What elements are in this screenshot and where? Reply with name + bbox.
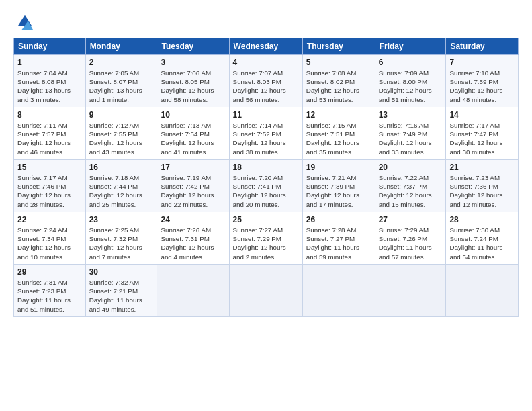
- calendar-cell: 17 Sunrise: 7:19 AMSunset: 7:42 PMDaylig…: [157, 160, 229, 212]
- calendar-cell: 12 Sunrise: 7:15 AMSunset: 7:51 PMDaylig…: [302, 107, 375, 160]
- logo-icon: [15, 12, 34, 31]
- day-info: Sunrise: 7:11 AMSunset: 7:57 PMDaylight:…: [17, 121, 82, 156]
- day-number: 10: [161, 110, 225, 120]
- calendar-cell: 6 Sunrise: 7:09 AMSunset: 8:00 PMDayligh…: [375, 55, 446, 107]
- calendar-header-row: SundayMondayTuesdayWednesdayThursdayFrid…: [14, 38, 519, 55]
- day-number: 22: [17, 215, 82, 224]
- calendar-cell: 7 Sunrise: 7:10 AMSunset: 7:59 PMDayligh…: [446, 55, 519, 107]
- day-info: Sunrise: 7:18 AMSunset: 7:44 PMDaylight:…: [89, 173, 154, 209]
- calendar-body: 1 Sunrise: 7:04 AMSunset: 8:08 PMDayligh…: [14, 55, 519, 317]
- day-number: 24: [161, 215, 225, 224]
- day-number: 18: [233, 163, 299, 172]
- day-number: 27: [379, 215, 443, 224]
- day-number: 19: [306, 163, 371, 172]
- day-number: 4: [233, 58, 299, 67]
- calendar-cell: 25 Sunrise: 7:27 AMSunset: 7:29 PMDaylig…: [229, 212, 302, 265]
- day-number: 8: [17, 110, 82, 120]
- day-number: 12: [306, 110, 371, 120]
- day-info: Sunrise: 7:15 AMSunset: 7:51 PMDaylight:…: [306, 121, 371, 156]
- day-info: Sunrise: 7:32 AMSunset: 7:21 PMDaylight:…: [89, 278, 154, 314]
- day-number: 29: [17, 267, 82, 277]
- day-info: Sunrise: 7:24 AMSunset: 7:34 PMDaylight:…: [17, 226, 82, 261]
- calendar-cell: 4 Sunrise: 7:07 AMSunset: 8:03 PMDayligh…: [229, 55, 302, 107]
- day-number: 3: [161, 58, 225, 67]
- col-header-tuesday: Tuesday: [157, 38, 229, 55]
- day-number: 23: [89, 215, 154, 224]
- day-number: 9: [89, 110, 154, 120]
- calendar-cell: 22 Sunrise: 7:24 AMSunset: 7:34 PMDaylig…: [14, 212, 86, 265]
- day-info: Sunrise: 7:17 AMSunset: 7:47 PMDaylight:…: [449, 121, 515, 156]
- day-number: 16: [89, 163, 154, 172]
- calendar-cell: [302, 265, 375, 317]
- day-number: 26: [306, 215, 371, 224]
- day-number: 14: [449, 110, 515, 120]
- calendar-cell: 14 Sunrise: 7:17 AMSunset: 7:47 PMDaylig…: [446, 107, 519, 160]
- header: [13, 12, 519, 31]
- day-number: 1: [17, 58, 82, 67]
- col-header-friday: Friday: [375, 38, 446, 55]
- day-info: Sunrise: 7:12 AMSunset: 7:55 PMDaylight:…: [89, 121, 154, 156]
- calendar-cell: 2 Sunrise: 7:05 AMSunset: 8:07 PMDayligh…: [85, 55, 157, 107]
- day-info: Sunrise: 7:25 AMSunset: 7:32 PMDaylight:…: [89, 226, 154, 261]
- day-info: Sunrise: 7:09 AMSunset: 8:00 PMDaylight:…: [379, 68, 443, 104]
- day-info: Sunrise: 7:19 AMSunset: 7:42 PMDaylight:…: [161, 173, 225, 209]
- calendar-cell: 24 Sunrise: 7:26 AMSunset: 7:31 PMDaylig…: [157, 212, 229, 265]
- calendar-cell: 3 Sunrise: 7:06 AMSunset: 8:05 PMDayligh…: [157, 55, 229, 107]
- day-number: 5: [306, 58, 371, 67]
- day-info: Sunrise: 7:28 AMSunset: 7:27 PMDaylight:…: [306, 226, 371, 261]
- day-info: Sunrise: 7:05 AMSunset: 8:07 PMDaylight:…: [89, 68, 154, 104]
- calendar-cell: 11 Sunrise: 7:14 AMSunset: 7:52 PMDaylig…: [229, 107, 302, 160]
- col-header-sunday: Sunday: [14, 38, 86, 55]
- day-info: Sunrise: 7:04 AMSunset: 8:08 PMDaylight:…: [17, 68, 82, 104]
- day-info: Sunrise: 7:13 AMSunset: 7:54 PMDaylight:…: [161, 121, 225, 156]
- day-info: Sunrise: 7:07 AMSunset: 8:03 PMDaylight:…: [233, 68, 299, 104]
- col-header-thursday: Thursday: [302, 38, 375, 55]
- calendar-week-row: 8 Sunrise: 7:11 AMSunset: 7:57 PMDayligh…: [14, 107, 519, 160]
- day-number: 2: [89, 58, 154, 67]
- calendar-cell: 15 Sunrise: 7:17 AMSunset: 7:46 PMDaylig…: [14, 160, 86, 212]
- day-info: Sunrise: 7:31 AMSunset: 7:23 PMDaylight:…: [17, 278, 82, 314]
- calendar-cell: 20 Sunrise: 7:22 AMSunset: 7:37 PMDaylig…: [375, 160, 446, 212]
- calendar-table: SundayMondayTuesdayWednesdayThursdayFrid…: [13, 38, 519, 317]
- calendar-cell: 8 Sunrise: 7:11 AMSunset: 7:57 PMDayligh…: [14, 107, 86, 160]
- day-info: Sunrise: 7:27 AMSunset: 7:29 PMDaylight:…: [233, 226, 299, 261]
- day-info: Sunrise: 7:21 AMSunset: 7:39 PMDaylight:…: [306, 173, 371, 209]
- day-number: 21: [449, 163, 515, 172]
- calendar-cell: 18 Sunrise: 7:20 AMSunset: 7:41 PMDaylig…: [229, 160, 302, 212]
- day-info: Sunrise: 7:23 AMSunset: 7:36 PMDaylight:…: [449, 173, 515, 209]
- day-number: 17: [161, 163, 225, 172]
- calendar-cell: 9 Sunrise: 7:12 AMSunset: 7:55 PMDayligh…: [85, 107, 157, 160]
- calendar-cell: 19 Sunrise: 7:21 AMSunset: 7:39 PMDaylig…: [302, 160, 375, 212]
- calendar-cell: 5 Sunrise: 7:08 AMSunset: 8:02 PMDayligh…: [302, 55, 375, 107]
- day-number: 15: [17, 163, 82, 172]
- calendar-week-row: 29 Sunrise: 7:31 AMSunset: 7:23 PMDaylig…: [14, 265, 519, 317]
- day-info: Sunrise: 7:06 AMSunset: 8:05 PMDaylight:…: [161, 68, 225, 104]
- calendar-cell: 28 Sunrise: 7:30 AMSunset: 7:24 PMDaylig…: [446, 212, 519, 265]
- calendar-cell: 29 Sunrise: 7:31 AMSunset: 7:23 PMDaylig…: [14, 265, 86, 317]
- day-number: 11: [233, 110, 299, 120]
- calendar-cell: [157, 265, 229, 317]
- day-info: Sunrise: 7:22 AMSunset: 7:37 PMDaylight:…: [379, 173, 443, 209]
- day-number: 30: [89, 267, 154, 277]
- logo: [13, 12, 34, 31]
- calendar-cell: 13 Sunrise: 7:16 AMSunset: 7:49 PMDaylig…: [375, 107, 446, 160]
- day-number: 7: [449, 58, 515, 67]
- calendar-cell: 10 Sunrise: 7:13 AMSunset: 7:54 PMDaylig…: [157, 107, 229, 160]
- day-info: Sunrise: 7:10 AMSunset: 7:59 PMDaylight:…: [449, 68, 515, 104]
- calendar-page: SundayMondayTuesdayWednesdayThursdayFrid…: [0, 0, 532, 324]
- calendar-cell: 16 Sunrise: 7:18 AMSunset: 7:44 PMDaylig…: [85, 160, 157, 212]
- col-header-wednesday: Wednesday: [229, 38, 302, 55]
- calendar-cell: 26 Sunrise: 7:28 AMSunset: 7:27 PMDaylig…: [302, 212, 375, 265]
- day-number: 25: [233, 215, 299, 224]
- calendar-week-row: 22 Sunrise: 7:24 AMSunset: 7:34 PMDaylig…: [14, 212, 519, 265]
- day-info: Sunrise: 7:29 AMSunset: 7:26 PMDaylight:…: [379, 226, 443, 261]
- day-number: 6: [379, 58, 443, 67]
- day-info: Sunrise: 7:14 AMSunset: 7:52 PMDaylight:…: [233, 121, 299, 156]
- calendar-cell: [446, 265, 519, 317]
- day-info: Sunrise: 7:16 AMSunset: 7:49 PMDaylight:…: [379, 121, 443, 156]
- day-info: Sunrise: 7:17 AMSunset: 7:46 PMDaylight:…: [17, 173, 82, 209]
- day-number: 13: [379, 110, 443, 120]
- calendar-week-row: 15 Sunrise: 7:17 AMSunset: 7:46 PMDaylig…: [14, 160, 519, 212]
- calendar-cell: 1 Sunrise: 7:04 AMSunset: 8:08 PMDayligh…: [14, 55, 86, 107]
- day-info: Sunrise: 7:26 AMSunset: 7:31 PMDaylight:…: [161, 226, 225, 261]
